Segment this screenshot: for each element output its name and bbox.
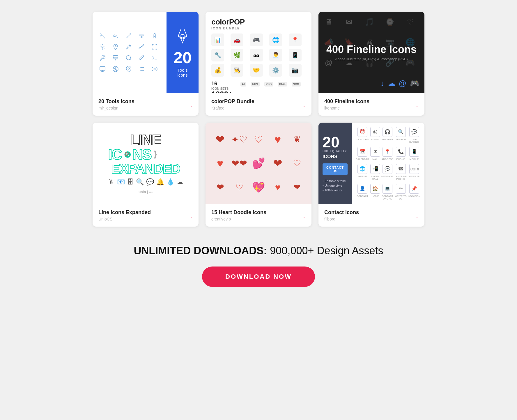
- download-btn-contact[interactable]: ↓: [415, 212, 419, 219]
- svg-rect-15: [100, 67, 105, 70]
- card-title-line: Line Icons Expanded: [98, 209, 151, 216]
- card-title-contact: Contact Icons: [324, 209, 359, 216]
- svg-point-8: [102, 46, 103, 48]
- heart-5: ❦: [293, 135, 301, 144]
- tool-icon-10: [151, 43, 159, 51]
- fineline-sub: Adobe Illustrator (AI, EPS) & Photoshop …: [326, 57, 417, 61]
- card-title-tools: 20 Tools icons: [98, 98, 134, 105]
- tool-icon-14: [137, 54, 146, 62]
- tools-count: 20: [173, 50, 192, 66]
- card-info-line: Line Icons Expanded UnioCS ↓: [93, 204, 199, 227]
- svg-point-19: [128, 68, 130, 69]
- contact-bullet-2: • Unique style: [323, 184, 348, 187]
- tools-icons-grid: [93, 12, 167, 93]
- card-text-line: Line Icons Expanded UnioCS: [98, 209, 151, 221]
- fmt-psd: PSD: [264, 82, 273, 87]
- tool-icon-2: [111, 32, 120, 40]
- download-btn-line[interactable]: ↓: [190, 212, 193, 219]
- fl-acc-2: ☁: [388, 79, 395, 88]
- cp-icon-8: 🏘: [250, 49, 263, 61]
- cp-icon-11: 💰: [211, 64, 224, 77]
- colorpop-brand: colorPOP: [211, 17, 306, 27]
- contact-left-panel: 20 HIGH QUALITY ICONS CONTACT US • Edita…: [318, 123, 352, 204]
- card-info-tools: 20 Tools icons mir_design ↓: [93, 93, 199, 116]
- fineline-headline: 400 Fineline Icons: [326, 44, 417, 55]
- tool-icon-3: [125, 32, 133, 40]
- cp-icon-13: 🤝: [250, 64, 263, 77]
- fmt-eps: EPS: [251, 82, 260, 87]
- fl-acc-1: ↓: [380, 79, 384, 88]
- download-now-button[interactable]: DOWNLOAD NOW: [202, 267, 315, 287]
- fl-acc-3: @: [399, 79, 406, 88]
- tool-icon-5: [151, 32, 159, 40]
- card-title-fineline: 400 Fineline Icons: [324, 98, 369, 105]
- contact-icons-grid: ⏰ 24 HOURS @ E-MAIL 🎧 SUPPORT 🔍 SEARCH 💬: [352, 123, 424, 204]
- contact-bullet-3: • 100% vector: [323, 188, 348, 192]
- colorpop-sets: 16 ICON SETS 1200+ VECTOR ICONS: [211, 81, 236, 93]
- tool-icon-13: [125, 54, 133, 62]
- heart-4: ♥: [275, 134, 281, 145]
- ci-phonecall: 📲 PHONE CALL: [370, 162, 381, 182]
- heart-3: ♡: [254, 135, 263, 144]
- svg-point-9: [115, 45, 116, 47]
- ci-support: 🎧 SUPPORT: [381, 125, 394, 145]
- cp-icon-5: 📍: [289, 33, 302, 46]
- heart-7: ❤❤: [231, 159, 247, 168]
- colorpop-count: 1200+: [211, 90, 236, 93]
- contact-bullet-1: • Editable stroke: [323, 179, 348, 183]
- bottom-cta-section: UNLIMITED DOWNLOADS: 900,000+ Design Ass…: [128, 244, 389, 287]
- card-line-icons: LINE IC ⊘ NS ⟩ EXPANDED 🖱 📧 🗄 🔍 💬 🔔 💧: [93, 123, 199, 227]
- colorpop-formats: AI EPS PSD PNG SVG: [240, 82, 301, 87]
- ci-home: 🏠 HOME: [370, 182, 381, 202]
- cp-icon-14: ⚙️: [269, 64, 282, 77]
- fineline-accent-icons: ↓ ☁ @ 🎮: [380, 79, 419, 88]
- card-thumb-heart: ❤ ✦♡ ♡ ♥ ❦ ♥ ❤❤ 💕 ❤ ♡ ❤ ♡ 💖 ♥ ❤: [206, 123, 311, 204]
- heart-11: ❤: [216, 183, 224, 192]
- cp-icon-10: 📱: [289, 49, 302, 61]
- unlimited-normal: 900,000+ Design Assets: [270, 245, 383, 257]
- ci-email: @ E-MAIL: [370, 125, 381, 145]
- ci-mobile: 📱 MOBILE: [407, 145, 421, 162]
- card-info-fineline: 400 Fineline Icons ikonome ↓: [318, 93, 424, 116]
- line-icons-text: LINE IC ⊘ NS ⟩ EXPANDED 🖱 📧 🗄 🔍 💬 🔔 💧: [108, 133, 183, 194]
- svg-rect-3: [139, 35, 144, 36]
- card-text-fineline: 400 Fineline Icons ikonome: [324, 98, 369, 110]
- fineline-center-text: 400 Fineline Icons Adobe Illustrator (AI…: [326, 44, 417, 61]
- card-text-heart: 15 Heart Doodle Icons creativevip: [211, 209, 266, 221]
- ci-24hours: ⏰ 24 HOURS: [355, 125, 370, 145]
- fl-acc-4: 🎮: [410, 79, 419, 88]
- card-author-colorpop: Krafted: [211, 106, 254, 110]
- cp-icon-7: 🌿: [231, 49, 243, 61]
- cp-icon-9: 👨‍💼: [269, 49, 282, 61]
- line-word-icons: IC ⊘ NS ⟩: [108, 147, 183, 162]
- download-btn-fineline[interactable]: ↓: [415, 101, 419, 108]
- card-contact-icons: 20 HIGH QUALITY ICONS CONTACT US • Edita…: [318, 123, 424, 227]
- svg-line-13: [130, 59, 131, 60]
- ci-website: .com WEBSITE: [407, 162, 421, 182]
- ci-location: 📌 LOCATION: [407, 182, 421, 202]
- contact-cta: CONTACT US: [323, 163, 348, 175]
- ci-contact: 👤 CONTACT: [355, 182, 370, 202]
- download-btn-colorpop[interactable]: ↓: [302, 101, 306, 108]
- tool-icon-7: [111, 43, 120, 51]
- card-text-colorpop: colorPOP Bundle Krafted: [211, 98, 254, 110]
- tool-icon-11: [98, 54, 107, 62]
- svg-rect-1: [113, 34, 114, 36]
- ci-write: ✏ WRITE TO US: [394, 182, 408, 202]
- card-author-fineline: ikonome: [324, 106, 369, 110]
- download-btn-heart[interactable]: ↓: [302, 212, 306, 219]
- download-btn-tools[interactable]: ↓: [190, 101, 193, 108]
- tool-icon-9: [137, 43, 146, 51]
- card-tools-icons: 20 Toolsicons 20 Tools icons mir_design …: [93, 12, 199, 116]
- card-thumb-contact: 20 HIGH QUALITY ICONS CONTACT US • Edita…: [318, 123, 424, 204]
- card-colorpop: colorPOP ICON BUNDLE 📊 🚗 🎮 🌐 📍 🔧 🌿 🏘 👨‍💼…: [206, 12, 311, 116]
- icon-packs-grid: 20 Toolsicons 20 Tools icons mir_design …: [93, 12, 424, 227]
- heart-15: ❤: [294, 183, 300, 191]
- unlimited-bold: UNLIMITED DOWNLOADS:: [134, 245, 267, 257]
- tool-icon-16: [98, 65, 107, 73]
- fmt-png: PNG: [278, 82, 287, 87]
- heart-13: 💖: [252, 182, 265, 193]
- cp-icon-15: 📷: [289, 64, 302, 77]
- card-author-contact: filborg: [324, 217, 359, 221]
- heart-10: ♡: [293, 159, 301, 168]
